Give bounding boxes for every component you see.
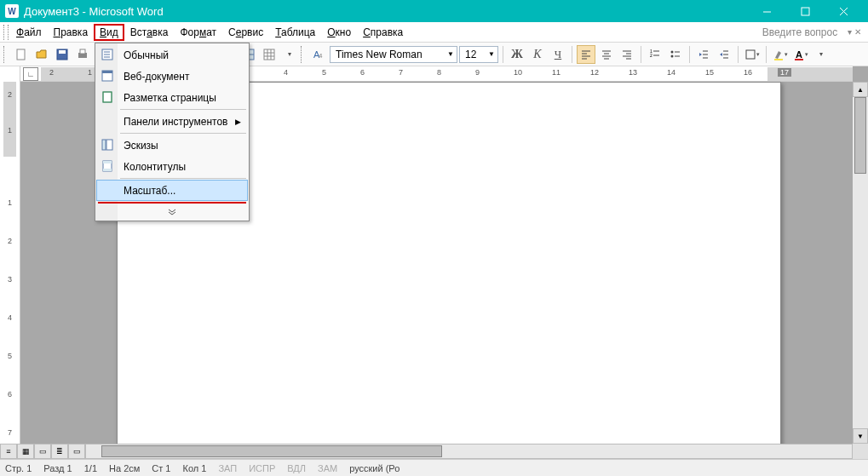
decrease-indent-button[interactable] [694,45,713,64]
menu-format[interactable]: Формат [174,24,222,41]
scroll-corner [853,444,868,459]
svg-rect-66 [746,50,755,59]
scroll-up-button[interactable]: ▲ [853,82,868,97]
menu-separator [120,109,246,110]
highlight-button[interactable]: ▾ [771,45,790,64]
svg-rect-13 [106,140,112,150]
menuitem-label: Разметка страницы [124,92,216,104]
svg-rect-67 [774,59,783,60]
window-title: Документ3 - Microsoft Word [24,5,748,18]
toolbar-separator [572,46,572,63]
status-col[interactable]: Кол 1 [182,463,206,473]
toolbar-grip[interactable] [3,46,9,63]
menu-insert[interactable]: Вставка [124,24,175,41]
status-rec[interactable]: ЗАП [218,463,237,473]
scroll-down-button[interactable]: ▼ [853,428,868,444]
svg-rect-10 [103,92,112,102]
status-lang[interactable]: русский (Ро [349,463,400,473]
hscroll-thumb[interactable] [101,445,442,457]
minimize-button[interactable] [748,0,786,22]
menuitem-label: Веб-документ [124,71,189,83]
styles-button[interactable]: A4 [309,45,328,64]
scroll-thumb[interactable] [854,97,866,174]
menu-table[interactable]: Таблица [269,24,321,41]
font-color-button[interactable]: A▾ [791,45,810,64]
increase-indent-button[interactable] [715,45,733,64]
italic-button[interactable]: К [528,45,547,64]
svg-point-56 [671,50,674,53]
font-size-combo[interactable]: 12▼ [459,46,498,63]
menu-file[interactable]: Файл [10,24,48,41]
svg-rect-15 [103,161,112,163]
menu-window[interactable]: Окно [321,24,357,41]
numbered-list-button[interactable]: 12 [646,45,664,64]
reading-view-button[interactable]: ▭ [68,444,85,459]
menubar-dropdown-icon[interactable]: ▾ ✕ [844,27,865,37]
status-page[interactable]: Стр. 1 [5,463,32,473]
status-ovr[interactable]: ЗАМ [318,463,337,473]
menuitem-label: Колонтитулы [124,161,186,173]
menuitem-label: Масштаб... [124,185,175,197]
align-right-button[interactable] [618,45,636,64]
open-button[interactable] [32,45,51,64]
menu-expand-button[interactable] [96,204,248,220]
web-view-button[interactable]: ▦ [17,444,34,459]
menuitem-header-footer[interactable]: Колонтитулы [96,156,248,177]
header-footer-icon [101,159,114,173]
menu-view[interactable]: Вид [94,24,124,41]
print-layout-button[interactable]: ▭ [34,444,51,459]
view-menu-dropdown: Обычный Веб-документ Разметка страницы П… [95,43,250,221]
vertical-ruler[interactable]: 2 1 1 2 3 4 5 6 7 [0,66,20,459]
bullet-list-button[interactable] [666,45,685,64]
toolbar-separator [766,46,767,63]
insert-table-button[interactable] [260,45,279,64]
status-trk[interactable]: ИСПР [249,463,275,473]
svg-rect-69 [795,59,803,60]
submenu-arrow-icon: ▶ [235,118,241,126]
toolbar-grip-2[interactable] [301,46,306,63]
menubar-grip[interactable] [3,25,9,40]
help-search[interactable]: Введите вопрос [762,26,845,38]
horizontal-scrollbar[interactable] [85,444,853,459]
menu-help[interactable]: Справка [357,24,409,41]
tab-selector[interactable]: ∟ [23,67,38,81]
maximize-button[interactable] [786,0,825,22]
menuitem-print-layout[interactable]: Разметка страницы [96,87,248,108]
menuitem-normal[interactable]: Обычный [96,44,248,66]
print-layout-icon [101,90,114,104]
web-view-icon [101,69,114,83]
menuitem-web[interactable]: Веб-документ [96,66,248,87]
toolbar-overflow-icon[interactable]: ▾ [280,45,299,64]
svg-rect-21 [80,49,85,54]
status-line[interactable]: Ст 1 [152,463,170,473]
align-center-button[interactable] [597,45,616,64]
status-ext[interactable]: ВДЛ [287,463,306,473]
normal-view-button[interactable]: ≡ [0,444,17,459]
font-name-combo[interactable]: Times New Roman▼ [330,46,457,63]
menu-separator [120,178,246,179]
svg-rect-1 [802,8,809,15]
menuitem-toolbars[interactable]: Панели инструментов ▶ [96,111,248,132]
borders-button[interactable]: ▾ [743,45,762,64]
close-button[interactable] [825,0,863,22]
status-section[interactable]: Разд 1 [43,463,72,473]
menu-tools[interactable]: Сервис [222,24,269,41]
status-pages[interactable]: 1/1 [84,463,97,473]
align-left-button[interactable] [577,45,595,64]
vertical-scrollbar[interactable]: ▲ ▼ [853,82,868,444]
print-button[interactable] [73,45,92,64]
bold-button[interactable]: Ж [508,45,526,64]
menu-separator [120,133,246,134]
save-button[interactable] [53,45,72,64]
chevron-down-icon: ▼ [447,50,454,58]
menu-edit[interactable]: Правка [48,24,95,41]
bottom-scroll-row: ≡ ▦ ▭ ≣ ▭ [0,444,853,459]
outline-view-button[interactable]: ≣ [51,444,68,459]
underline-button[interactable]: Ч [549,45,567,64]
toolbar-overflow-icon[interactable]: ▾ [812,45,831,64]
menuitem-zoom[interactable]: Масштаб... [96,180,248,201]
menuitem-thumbnails[interactable]: Эскизы [96,135,248,156]
status-at[interactable]: На 2см [109,463,140,473]
svg-rect-12 [102,140,106,150]
new-doc-button[interactable] [12,45,31,64]
